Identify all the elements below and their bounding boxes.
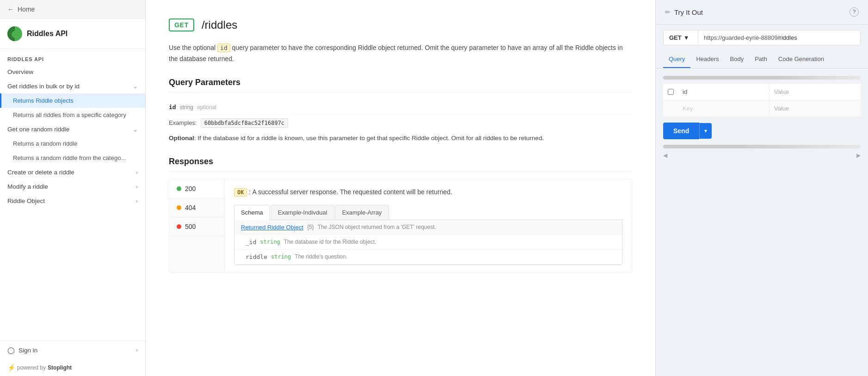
home-label: Home (18, 6, 35, 13)
query-params-title: Query Parameters (169, 78, 632, 92)
example-code: 60bbdbfa5dcf8ac52f16897c (201, 118, 288, 128)
method-url-bar: GET ▼ https://guarded-eyrie-88809/riddle… (663, 30, 861, 45)
method-select[interactable]: GET ▼ (664, 31, 698, 45)
param-key-id[interactable]: id (678, 84, 770, 100)
schema-link[interactable]: Returned Riddle Object (241, 224, 303, 231)
scroll-right-icon[interactable]: ▶ (856, 152, 861, 159)
param-checkbox-key (663, 104, 678, 113)
param-examples: Examples: 60bbdbfa5dcf8ac52f16897c (169, 118, 632, 128)
param-table: id Value Key Value (663, 83, 861, 117)
sidebar-section-label: RIDDLES API (0, 49, 145, 65)
pencil-icon: ✏ (665, 8, 671, 16)
endpoint-path: /riddles (202, 18, 237, 31)
response-200[interactable]: 200 (169, 179, 224, 198)
sidebar-logo-area: Riddles API (0, 19, 145, 49)
main-content: GET /riddles Use the optional id query p… (146, 0, 655, 376)
tab-code-generation[interactable]: Code Generation (773, 51, 830, 68)
param-key-empty[interactable]: Key (678, 100, 770, 117)
scroll-left-icon[interactable]: ◀ (663, 152, 667, 159)
sidebar-item-get-random-riddle[interactable]: Get one random riddle ⌄ (0, 122, 145, 136)
field-desc-id: The database id for the Riddle object. (284, 239, 376, 245)
sidebar-item-returns-all-riddles-category[interactable]: Returns all riddles from a specific cate… (0, 108, 145, 122)
right-panel-header: ✏ Try It Out ? (656, 0, 868, 25)
table-row-key: Key Value (663, 100, 861, 117)
right-panel: ✏ Try It Out ? GET ▼ https://guarded-eyr… (655, 0, 868, 376)
sidebar-home[interactable]: ← Home (0, 0, 145, 19)
schema-tabs: Schema Example-Indivdual Example-Array (234, 205, 622, 220)
checkbox-id[interactable] (668, 89, 674, 95)
sidebar-item-returns-random-riddle[interactable]: Returns a random riddle (0, 136, 145, 151)
chevron-down-icon-2: ⌄ (133, 126, 138, 133)
dropdown-caret-icon: ▾ (704, 128, 707, 134)
tab-query[interactable]: Query (663, 51, 690, 68)
table-row-id: id Value (663, 83, 861, 100)
powered-by: ⚡ powered by Stoplight (0, 359, 145, 376)
param-value-id[interactable]: Value (770, 84, 861, 100)
tab-body[interactable]: Body (725, 51, 750, 68)
lightning-icon: ⚡ (7, 364, 15, 371)
tab-example-individual[interactable]: Example-Indivdual (271, 205, 334, 220)
tab-example-array[interactable]: Example-Array (335, 205, 389, 220)
field-name-id: _id (246, 239, 256, 246)
param-description: Optional: If the database id for a riddl… (169, 133, 632, 143)
sidebar: ← Home Riddles API RIDDLES API Overview … (0, 0, 146, 376)
chevron-right-icon-2: › (136, 184, 138, 190)
param-checkbox-id[interactable] (663, 84, 678, 99)
field-type-riddle: string (271, 253, 291, 260)
sidebar-item-returns-random-riddle-category[interactable]: Returns a random riddle from the catego.… (0, 151, 145, 165)
method-badge: GET (169, 18, 194, 31)
response-404[interactable]: 404 (169, 198, 224, 217)
try-it-out-title: ✏ Try It Out (665, 8, 703, 16)
sidebar-item-returns-riddle-objects[interactable]: Returns Riddle objects (0, 93, 145, 108)
endpoint-description: Use the optional id query parameter to h… (169, 43, 632, 65)
param-type: string (180, 104, 193, 111)
api-title: Riddles API (27, 30, 68, 38)
bottom-scrollbar[interactable] (663, 145, 861, 148)
dot-red-icon (177, 224, 181, 229)
sidebar-item-overview[interactable]: Overview (0, 65, 145, 79)
chevron-down-icon: ⌄ (133, 83, 138, 90)
response-detail: OK: A successful server response. The re… (225, 179, 632, 272)
sidebar-item-get-riddles[interactable]: Get riddles in bulk or by id ⌄ (0, 79, 145, 93)
tab-headers[interactable]: Headers (690, 51, 724, 68)
response-500[interactable]: 500 (169, 217, 224, 236)
schema-field-riddle: riddle string The riddle's question. (234, 250, 622, 265)
sidebar-item-modify-riddle[interactable]: Modify a riddle › (0, 179, 145, 194)
chevron-right-icon-signin: › (136, 347, 138, 353)
field-name-riddle: riddle (246, 253, 267, 260)
schema-desc: The JSON object returned from a 'GET' re… (318, 224, 436, 230)
arrow-left-icon: ← (7, 6, 14, 13)
param-id-row: id string optional (169, 100, 632, 115)
field-desc-riddle: The riddle's question. (295, 253, 347, 260)
chevron-right-icon-3: › (136, 198, 138, 204)
tab-path[interactable]: Path (749, 51, 773, 68)
tab-schema[interactable]: Schema (234, 205, 270, 220)
sign-in-button[interactable]: ◯ Sign in › (0, 341, 145, 359)
sidebar-item-create-delete[interactable]: Create or delete a riddle › (0, 165, 145, 179)
field-type-id: string (260, 239, 280, 245)
sidebar-item-riddle-object[interactable]: Riddle Object › (0, 194, 145, 208)
endpoint-header: GET /riddles (169, 18, 632, 31)
schema-header-row[interactable]: Returned Riddle Object {5} The JSON obje… (234, 220, 622, 235)
try-it-tabs: Query Headers Body Path Code Generation (656, 51, 868, 68)
send-bar: Send ▾ (663, 123, 861, 139)
response-ok-description: OK: A successful server response. The re… (234, 187, 622, 197)
schema-count: {5} (307, 224, 314, 230)
scroll-arrows: ◀ ▶ (656, 152, 868, 159)
help-icon[interactable]: ? (850, 7, 859, 17)
top-scrollbar[interactable] (663, 76, 861, 80)
responses-title: Responses (169, 157, 632, 172)
param-value-empty[interactable]: Value (770, 100, 861, 117)
user-icon: ◯ (7, 346, 15, 354)
id-highlight: id (217, 43, 230, 52)
send-dropdown-button[interactable]: ▾ (699, 123, 712, 139)
dot-orange-icon (177, 205, 181, 210)
schema-content: Returned Riddle Object {5} The JSON obje… (234, 220, 622, 265)
response-list: 200 404 500 (169, 179, 225, 272)
send-button[interactable]: Send (663, 123, 699, 139)
schema-field-id: _id string The database id for the Riddl… (234, 235, 622, 250)
try-it-content: id Value Key Value Send ▾ ◀ ▶ (656, 68, 868, 376)
dropdown-arrow-icon: ▼ (683, 34, 689, 41)
ok-badge: OK (234, 188, 247, 197)
response-layout: 200 404 500 OK: A successful server resp… (169, 179, 632, 272)
